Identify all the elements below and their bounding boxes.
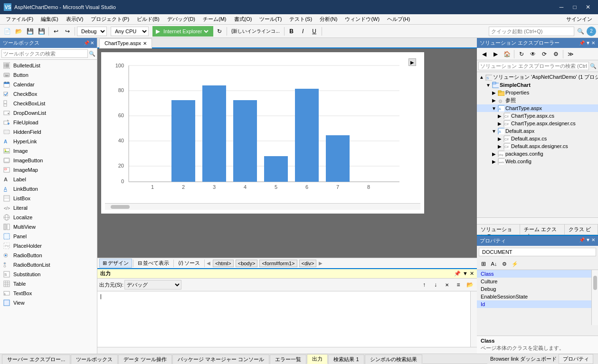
tree-default-aspx[interactable]: ▼ A Default.aspx — [477, 127, 598, 135]
close-btn[interactable]: ✕ — [582, 1, 594, 13]
toolbox-item-radiobuttonlist[interactable]: RadioButtonList — [0, 260, 97, 270]
prop-pin-btn[interactable]: 📌 — [579, 237, 585, 244]
bottom-tab-symbol-search[interactable]: シンボルの検索結果 — [365, 355, 422, 364]
sol-pin-btn[interactable]: 📌 — [579, 40, 585, 46]
properties-bottom-tab[interactable]: プロパティ — [559, 354, 593, 364]
italic-btn[interactable]: I — [298, 26, 308, 37]
tree-expand-default-designer[interactable]: ▶ — [497, 144, 503, 149]
toolbox-item-checkbox[interactable]: CheckBox — [0, 89, 97, 99]
tree-default-designer-cs[interactable]: ▶ C# Default.aspx.designer.cs — [477, 142, 598, 150]
menu-build[interactable]: ビルド(B) — [133, 15, 163, 24]
breadcrumb-html[interactable]: <html> — [213, 260, 234, 267]
output-vscroll[interactable] — [470, 291, 477, 347]
toolbox-item-panel[interactable]: Panel — [0, 232, 97, 241]
toolbox-item-checkboxlist[interactable]: CheckBoxList — [0, 99, 97, 108]
sol-more-btn[interactable]: ≫ — [565, 49, 576, 59]
toolbox-item-linkbutton[interactable]: A LinkButton — [0, 184, 97, 194]
toolbox-item-imagemap[interactable]: ImageMap — [0, 165, 97, 175]
menu-window[interactable]: ウィンドウ(W) — [341, 15, 383, 24]
tree-packages-config[interactable]: ▶ pkg packages.config — [477, 150, 598, 158]
tree-expand-charttype-cs[interactable]: ▶ — [497, 113, 503, 119]
prop-vscroll[interactable] — [591, 270, 598, 325]
tree-expand-default[interactable]: ▼ — [491, 129, 497, 134]
output-pin-btn[interactable]: 📌 — [454, 271, 461, 277]
menu-format[interactable]: 書式(O) — [230, 15, 256, 24]
sol-home-btn[interactable]: 🏠 — [502, 49, 512, 59]
save-all-btn[interactable]: 💾 — [36, 26, 47, 37]
tree-solution[interactable]: ▲ S ソリューション 'AspNetChartDemo' (1 プロジェク — [477, 73, 598, 81]
tree-charttype-cs[interactable]: ▶ C# ChartType.aspx.cs — [477, 112, 598, 120]
sol-showall-btn[interactable]: 👁 — [528, 49, 538, 59]
menu-view[interactable]: 表示(V) — [62, 15, 87, 24]
inline-btn[interactable]: {新しいインラインコ... — [229, 26, 282, 37]
toolbox-item-fileupload[interactable]: FileUpload — [0, 118, 97, 127]
solution-search-input[interactable] — [478, 62, 589, 70]
prop-dropdown-btn[interactable]: ▼ — [586, 237, 590, 244]
tree-expand-solution[interactable]: ▲ — [479, 75, 484, 80]
menu-help[interactable]: ヘルプ(H) — [383, 15, 414, 24]
undo-btn[interactable]: ↩ — [51, 26, 61, 37]
new-project-btn[interactable]: 📄 — [2, 26, 12, 37]
menu-team[interactable]: チーム(M) — [199, 15, 230, 24]
menu-test[interactable]: テスト(S) — [285, 15, 316, 24]
sol-refresh-btn[interactable]: ↻ — [516, 49, 527, 59]
tree-expand-web-config[interactable]: ▶ — [491, 159, 497, 164]
sol-hscroll[interactable] — [477, 217, 598, 224]
toolbox-item-hiddenfield[interactable]: HiddenField — [0, 127, 97, 137]
output-prev-btn[interactable]: ↑ — [419, 280, 429, 290]
toolbox-item-listbox[interactable]: ListBox — [0, 194, 97, 203]
toolbox-item-image[interactable]: Image — [0, 146, 97, 156]
prop-alphabetical-btn[interactable]: A↓ — [489, 259, 499, 269]
editor-tab-close-btn[interactable]: ✕ — [143, 41, 147, 46]
toolbox-item-placeholder[interactable]: PH PlaceHolder — [0, 241, 97, 251]
tree-expand-charttype[interactable]: ▼ — [491, 106, 497, 111]
canvas-hscroll[interactable] — [105, 203, 420, 210]
browser-select[interactable]: Internet Explorer — [161, 28, 210, 35]
redo-btn[interactable]: ↪ — [62, 26, 73, 37]
prop-item-enablesessionstate[interactable]: EnableSessionState — [477, 293, 591, 300]
breadcrumb-div[interactable]: <div> — [299, 260, 317, 267]
prop-item-culture[interactable]: Culture — [477, 278, 591, 285]
tree-expand-charttype-designer[interactable]: ▶ — [497, 121, 503, 126]
quick-launch-input[interactable] — [489, 27, 574, 36]
bottom-tab-toolbox[interactable]: ツールボックス — [71, 355, 118, 364]
menu-analyze[interactable]: 分析(N) — [316, 15, 341, 24]
maximize-btn[interactable]: □ — [569, 1, 581, 13]
toolbox-pin-btn[interactable]: 📌 — [84, 40, 89, 46]
toolbox-item-localize[interactable]: Localize — [0, 213, 97, 222]
refresh-btn[interactable]: ↻ — [214, 26, 225, 37]
debug-config-dropdown[interactable]: Debug — [77, 27, 107, 36]
toolbox-item-calendar[interactable]: Calendar — [0, 80, 97, 89]
menu-tools[interactable]: ツール(T) — [256, 15, 285, 24]
tree-default-cs[interactable]: ▶ C# Default.aspx.cs — [477, 135, 598, 142]
toolbox-item-label[interactable]: A Label — [0, 175, 97, 184]
sol-props-btn[interactable]: ⚙ — [551, 49, 561, 59]
browser-link-tab[interactable]: Browser link ダッシュボード — [490, 355, 557, 363]
output-hscroll[interactable] — [97, 347, 477, 354]
design-view-btn[interactable]: ⊞ デザイン — [99, 259, 132, 268]
toolbox-item-hyperlink[interactable]: A HyperLink — [0, 137, 97, 146]
sol-bottom-tab-3[interactable]: クラス ビュー — [565, 224, 598, 234]
bold-btn[interactable]: B — [286, 26, 297, 37]
search-quick-btn[interactable]: 🔍 — [575, 26, 586, 37]
sol-close-btn[interactable]: ✕ — [591, 40, 595, 46]
menu-project[interactable]: プロジェクト(P) — [87, 15, 133, 24]
prop-events-btn[interactable]: ⚡ — [510, 259, 520, 269]
prop-close-btn[interactable]: ✕ — [591, 237, 595, 244]
signin-button[interactable]: サインイン — [562, 15, 596, 24]
tree-expand-refs[interactable]: ▶ — [491, 98, 497, 103]
tree-expand-default-cs[interactable]: ▶ — [497, 136, 503, 141]
output-source-select[interactable]: デバッグ — [124, 280, 181, 289]
source-view-btn[interactable]: ⟨/⟩ ソース — [175, 259, 203, 268]
toolbox-close-btn[interactable]: ✕ — [90, 40, 94, 46]
toolbox-item-multiview[interactable]: MultiView — [0, 222, 97, 232]
prop-item-class[interactable]: Class — [477, 270, 591, 278]
menu-edit[interactable]: 編集(E) — [37, 15, 62, 24]
breadcrumb-form[interactable]: <form#form1> — [259, 260, 297, 267]
toolbox-item-dropdownlist[interactable]: DropDownList — [0, 108, 97, 118]
sol-fwd-btn[interactable]: ▶ — [490, 49, 501, 59]
split-view-btn[interactable]: ⊟ 並べて表示 — [134, 259, 172, 268]
tree-web-config[interactable]: ▶ web Web.config — [477, 158, 598, 165]
menu-debug[interactable]: デバッグ(D) — [163, 15, 199, 24]
output-content[interactable]: | — [97, 291, 470, 347]
